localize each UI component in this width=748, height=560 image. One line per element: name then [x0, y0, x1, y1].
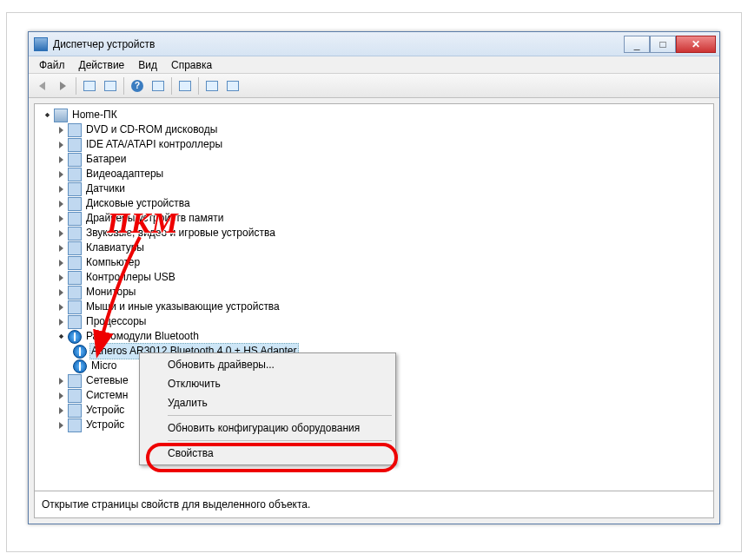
update-driver-button[interactable]	[202, 76, 222, 96]
ctx-scan-hardware[interactable]: Обновить конфигурацию оборудования	[142, 418, 394, 438]
network-icon	[68, 374, 82, 388]
toolbar: ?	[29, 74, 719, 98]
display-icon	[68, 168, 82, 181]
ctx-properties[interactable]: Свойства	[142, 444, 394, 463]
system-icon	[68, 389, 82, 403]
menu-view[interactable]: Вид	[131, 57, 164, 73]
tree-category[interactable]: DVD и CD-ROM дисководы	[38, 122, 713, 137]
bluetooth-icon	[68, 330, 82, 344]
ctx-update-drivers[interactable]: Обновить драйверы...	[142, 355, 394, 374]
ctx-separator	[168, 415, 392, 416]
disc-icon	[68, 123, 82, 137]
menubar: Файл Действие Вид Справка	[29, 56, 719, 74]
panel-icon	[83, 81, 96, 91]
uninstall-icon	[227, 81, 239, 91]
ctx-delete[interactable]: Удалить	[142, 393, 394, 412]
tree-category-bluetooth[interactable]: Радиомодули Bluetooth	[38, 329, 713, 344]
tree-category[interactable]: Клавиатуры	[38, 240, 713, 255]
show-hidden-button[interactable]	[80, 76, 99, 96]
tree-category[interactable]: Компьютер	[38, 255, 713, 270]
hid-icon	[68, 404, 82, 418]
tree-category[interactable]: Контроллеры USB	[38, 270, 713, 285]
statusbar: Открытие страницы свойств для выделенног…	[34, 491, 714, 518]
tree-category[interactable]: Батареи	[38, 152, 713, 167]
close-button[interactable]: ✕	[676, 36, 716, 53]
expand-icon[interactable]	[54, 123, 68, 137]
help-button[interactable]: ?	[128, 76, 147, 96]
tree-category[interactable]: Процессоры	[38, 314, 713, 329]
mouse-icon	[68, 300, 82, 314]
sensor-icon	[68, 182, 82, 196]
uninstall-button[interactable]	[223, 76, 242, 96]
minimize-button[interactable]: _	[624, 36, 650, 53]
arrow-right-icon	[60, 82, 66, 90]
back-button[interactable]	[32, 76, 51, 96]
hdd-icon	[68, 197, 82, 211]
props-icon	[104, 81, 116, 91]
ide-icon	[68, 138, 82, 152]
tree-category[interactable]: Звуковые, видео и игровые устройства	[38, 226, 713, 240]
monitor-icon	[68, 286, 82, 300]
titlebar[interactable]: Диспетчер устройств _ □ ✕	[29, 32, 719, 56]
cpu-icon	[68, 315, 82, 329]
action-icon	[152, 81, 164, 91]
scan-button[interactable]	[175, 76, 195, 96]
app-icon	[34, 37, 48, 51]
battery-icon	[68, 153, 82, 167]
bluetooth-icon	[73, 359, 87, 373]
status-text: Открытие страницы свойств для выделенног…	[42, 498, 310, 511]
tree-category[interactable]: Мониторы	[38, 285, 713, 300]
tree-category[interactable]: Датчики	[38, 181, 713, 196]
tree-category[interactable]: Мыши и иные указывающие устройства	[38, 300, 713, 314]
tree-category[interactable]: IDE ATA/ATAPI контроллеры	[38, 137, 713, 152]
tree-category[interactable]: Видеоадаптеры	[38, 167, 713, 181]
update-icon	[206, 81, 218, 91]
action-button[interactable]	[149, 76, 168, 96]
bluetooth-icon	[73, 345, 87, 359]
context-menu: Обновить драйверы... Отключить Удалить О…	[139, 352, 396, 465]
tree-root[interactable]: Home-ПК	[38, 108, 713, 122]
usb-icon	[68, 271, 82, 285]
collapse-icon[interactable]	[54, 330, 68, 344]
imaging-icon	[68, 418, 82, 432]
computer-icon	[68, 256, 82, 270]
menu-file[interactable]: Файл	[32, 57, 72, 73]
expand-icon[interactable]	[40, 109, 54, 122]
keyboard-icon	[68, 241, 82, 255]
arrow-left-icon	[39, 82, 45, 90]
menu-action[interactable]: Действие	[72, 57, 132, 73]
scan-icon	[179, 81, 191, 91]
help-icon: ?	[131, 80, 143, 92]
tree-category[interactable]: Драйверы устройств памяти	[38, 211, 713, 226]
maximize-button[interactable]: □	[650, 36, 676, 53]
tree-category[interactable]: Дисковые устройства	[38, 196, 713, 211]
forward-button[interactable]	[53, 76, 72, 96]
ctx-separator	[168, 440, 392, 441]
memory-icon	[68, 212, 82, 226]
sound-icon	[68, 227, 82, 240]
menu-help[interactable]: Справка	[164, 57, 219, 73]
window-title: Диспетчер устройств	[53, 38, 624, 50]
properties-toolbar-button[interactable]	[101, 76, 120, 96]
computer-icon	[54, 109, 68, 122]
ctx-disable[interactable]: Отключить	[142, 374, 394, 393]
